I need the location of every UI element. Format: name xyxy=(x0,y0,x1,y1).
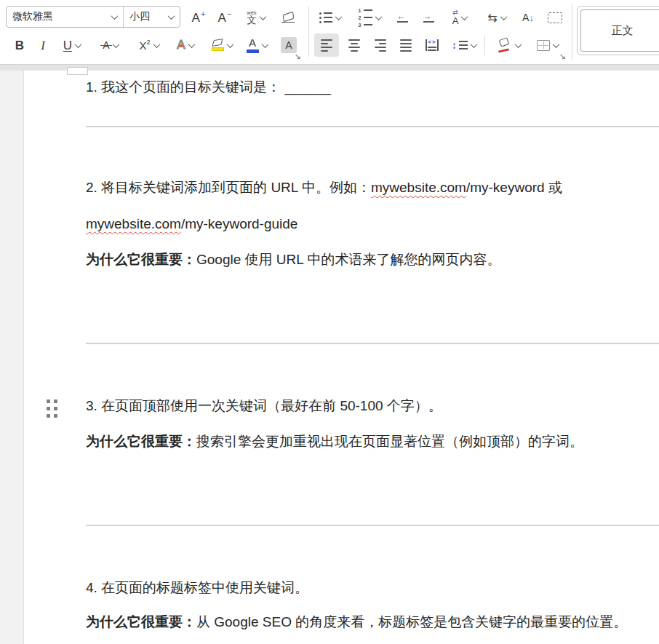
text-effects-button[interactable]: A xyxy=(169,33,202,57)
borders-icon xyxy=(537,40,550,51)
align-center-button[interactable] xyxy=(342,33,367,57)
align-right-icon xyxy=(375,39,386,52)
paragraph-drag-handle[interactable] xyxy=(47,399,57,418)
highlight-button[interactable] xyxy=(205,33,239,57)
clear-format-eraser-icon xyxy=(281,13,295,23)
misspelled-word: mywebsite.com xyxy=(371,180,466,195)
align-center-icon xyxy=(348,39,360,52)
horizontal-rule xyxy=(86,525,659,526)
horizontal-rule xyxy=(86,343,659,344)
distribute-icon: <> xyxy=(426,39,438,51)
font-color-button[interactable]: A xyxy=(240,33,273,57)
group-separator xyxy=(572,3,572,61)
shading-bucket-icon xyxy=(498,39,512,52)
style-normal-item[interactable]: 正文 xyxy=(580,9,659,52)
shrink-font-icon: A xyxy=(218,12,226,24)
chevron-down-icon xyxy=(261,41,268,48)
chevron-down-icon xyxy=(111,12,119,20)
align-left-button[interactable] xyxy=(314,33,339,57)
align-left-icon xyxy=(321,39,332,52)
shading-bucket-button[interactable] xyxy=(492,33,527,57)
sort-button[interactable]: A ↓ xyxy=(515,6,541,29)
font-name-value: 微软雅黑 xyxy=(12,10,53,23)
asian-layout-button[interactable]: ⇆ xyxy=(480,6,514,29)
paragraph-3-why[interactable]: 为什么它很重要：搜索引擎会更加重视出现在页面显著位置（例如顶部）的字词。 xyxy=(86,432,659,452)
bold-button[interactable]: B xyxy=(10,33,29,57)
font-color-icon: A xyxy=(247,37,259,53)
grow-font-icon: A xyxy=(192,12,200,24)
paragraph-3-line-1[interactable]: 3. 在页面顶部使用一次关键词（最好在前 50-100 个字）。 xyxy=(86,396,659,416)
why-important-label: 为什么它很重要： xyxy=(86,614,196,629)
ribbon-toolbar: 微软雅黑 小四 A + A − wén 文 xyxy=(0,0,659,64)
paragraph-1-text: 1. 我这个页面的目标关键词是： xyxy=(86,79,284,95)
paragraph-4-line-1[interactable]: 4. 在页面的标题标签中使用关键词。 xyxy=(86,578,659,598)
character-scale-button[interactable]: ⇄ A xyxy=(442,6,477,29)
superscript-button[interactable]: X 2 xyxy=(132,33,166,57)
group-separator xyxy=(308,6,309,57)
clear-format-button[interactable] xyxy=(275,6,301,29)
chevron-down-icon xyxy=(515,41,522,48)
justify-icon xyxy=(400,39,412,52)
font-name-combo[interactable]: 微软雅黑 xyxy=(7,7,123,27)
paragraph-2-why[interactable]: 为什么它很重要：Google 使用 URL 中的术语来了解您的网页内容。 xyxy=(86,250,659,270)
chevron-down-icon xyxy=(188,41,195,48)
bullets-icon xyxy=(319,12,332,23)
bullets-button[interactable] xyxy=(313,6,348,29)
line-spacing-button[interactable]: ↕ xyxy=(447,33,482,57)
document-canvas[interactable]: 1. 我这个页面的目标关键词是： ______ 2. 将目标关键词添加到页面的 … xyxy=(0,71,659,644)
chevron-down-icon xyxy=(335,13,343,20)
style-gallery: 正文 xyxy=(577,6,659,55)
highlight-icon xyxy=(212,39,224,51)
decrease-indent-icon: ← xyxy=(397,12,408,23)
chevron-down-icon xyxy=(168,12,175,20)
increase-indent-icon: → xyxy=(423,12,434,23)
bold-icon: B xyxy=(15,39,24,52)
select-marquee-icon xyxy=(548,12,562,23)
chevron-down-icon xyxy=(500,13,507,20)
chevron-down-icon xyxy=(75,41,82,48)
fill-in-blank: ______ xyxy=(284,79,330,95)
pinyin-guide-button[interactable]: wén 文 xyxy=(239,6,273,29)
ribbon-document-divider xyxy=(0,64,659,71)
font-size-value: 小四 xyxy=(129,10,150,23)
paragraph-4-why[interactable]: 为什么它很重要：从 Google SEO 的角度来看，标题标签是包含关键字的最重… xyxy=(86,612,659,632)
chevron-down-icon xyxy=(553,41,560,48)
justify-button[interactable] xyxy=(394,33,418,57)
select-marquee-button[interactable] xyxy=(543,6,567,29)
font-size-combo[interactable]: 小四 xyxy=(123,7,180,27)
increase-indent-button[interactable]: → xyxy=(416,6,441,29)
chevron-down-icon xyxy=(259,13,266,20)
distribute-button[interactable]: <> xyxy=(419,33,445,57)
strikethrough-icon: A xyxy=(103,39,109,52)
italic-button[interactable]: I xyxy=(33,33,52,57)
align-right-button[interactable] xyxy=(368,33,393,57)
paragraph-1[interactable]: 1. 我这个页面的目标关键词是： ______ xyxy=(86,77,659,98)
chevron-down-icon xyxy=(153,41,160,48)
grow-font-button[interactable]: A + xyxy=(186,6,211,29)
paragraph-2-line-1[interactable]: 2. 将目标关键词添加到页面的 URL 中。例如：mywebsite.com/m… xyxy=(86,178,659,198)
underline-button[interactable]: U xyxy=(57,33,87,57)
word-processor-app: 微软雅黑 小四 A + A − wén 文 xyxy=(0,0,659,644)
chevron-down-icon xyxy=(226,41,233,48)
paragraph-2-line-2[interactable]: mywebsite.com/my-keyword-guide xyxy=(86,214,659,234)
underline-icon: U xyxy=(63,39,72,52)
page-left-margin xyxy=(0,71,24,644)
misspelled-word: mywebsite.com xyxy=(86,216,181,231)
chevron-down-icon xyxy=(375,13,383,20)
asian-layout-icon: ⇆ xyxy=(487,11,497,25)
why-important-label: 为什么它很重要： xyxy=(86,252,196,267)
text-effects-icon: A xyxy=(177,39,185,52)
font-combo-group: 微软雅黑 小四 xyxy=(6,6,180,28)
italic-icon: I xyxy=(41,39,45,52)
numbering-button[interactable]: 1 2 3 xyxy=(352,6,387,29)
chevron-down-icon xyxy=(112,41,119,48)
strikethrough-button[interactable]: A xyxy=(95,33,127,57)
decrease-indent-button[interactable]: ← xyxy=(390,6,415,29)
shrink-font-button[interactable]: A − xyxy=(212,6,237,29)
line-spacing-icon: ↕ xyxy=(452,40,468,50)
dialog-launcher-icon[interactable]: ↘ xyxy=(292,51,303,61)
dialog-launcher-icon[interactable]: ↘ xyxy=(557,51,567,61)
sort-icon: A xyxy=(522,12,529,23)
chevron-down-icon xyxy=(461,13,468,20)
group-separator xyxy=(484,35,485,55)
